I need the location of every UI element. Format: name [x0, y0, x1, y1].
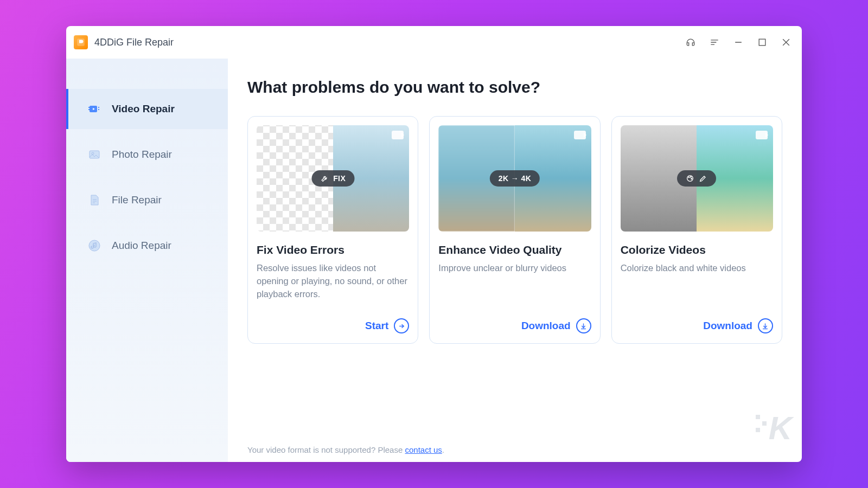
svg-point-26: [691, 178, 692, 179]
svg-rect-12: [98, 107, 99, 108]
watermark: K: [769, 409, 791, 447]
titlebar-left: 4DDiG File Repair: [74, 35, 174, 49]
badge-text: FIX: [333, 174, 346, 183]
footer-suffix: .: [442, 445, 444, 454]
palette-icon: [686, 174, 694, 183]
sidebar-item-label: Photo Repair: [112, 149, 172, 160]
headset-icon[interactable]: [684, 35, 698, 49]
card-image: 2K → 4K: [438, 125, 591, 232]
svg-rect-5: [759, 39, 765, 46]
wrench-icon: [320, 174, 329, 183]
card-desc: Colorize black and white videos: [621, 262, 773, 275]
svg-point-15: [92, 152, 94, 155]
card-desc: Improve unclear or blurry videos: [438, 262, 591, 275]
svg-rect-11: [88, 109, 90, 110]
svg-rect-10: [88, 107, 90, 108]
video-icon: [87, 101, 102, 117]
card-badge: [677, 170, 716, 187]
card-badge: FIX: [311, 170, 354, 187]
photo-icon: [87, 147, 102, 162]
download-button[interactable]: Download: [703, 318, 773, 333]
cards-row: FIX Fix Video Errors Resolve issues like…: [247, 116, 782, 344]
contact-us-link[interactable]: contact us: [405, 445, 442, 454]
svg-point-24: [689, 177, 690, 178]
maximize-button[interactable]: [755, 35, 769, 49]
card-desc: Resolve issues like videos not opening o…: [257, 262, 409, 301]
download-icon: [576, 318, 591, 333]
app-body: Video Repair Photo Repair File Repair Au…: [66, 59, 802, 462]
badge-text: 2K → 4K: [499, 174, 531, 183]
arrow-right-icon: [394, 318, 409, 333]
card-title: Colorize Videos: [621, 243, 773, 256]
download-icon: [758, 318, 773, 333]
action-label: Download: [703, 320, 752, 332]
action-label: Start: [365, 320, 388, 332]
action-label: Download: [521, 320, 571, 332]
app-title: 4DDiG File Repair: [94, 37, 174, 48]
main-content: What problems do you want to solve? FIX …: [228, 59, 802, 462]
footer-note: Your video format is not supported? Plea…: [247, 445, 444, 454]
file-icon: [87, 192, 102, 208]
sidebar-item-audio-repair[interactable]: Audio Repair: [66, 226, 228, 266]
card-title: Fix Video Errors: [257, 243, 409, 256]
start-button[interactable]: Start: [365, 318, 409, 333]
titlebar: 4DDiG File Repair: [66, 26, 802, 59]
close-button[interactable]: [779, 35, 793, 49]
menu-icon[interactable]: [707, 35, 722, 49]
card-image: [621, 125, 773, 232]
camera-icon: [574, 131, 586, 139]
sidebar-item-label: Audio Repair: [112, 240, 171, 252]
camera-icon: [392, 131, 404, 139]
app-logo-icon: [74, 35, 88, 49]
footer-text: Your video format is not supported? Plea…: [247, 445, 405, 454]
window-controls: [684, 35, 793, 49]
card-badge: 2K → 4K: [490, 170, 540, 187]
app-window: 4DDiG File Repair Video Repair Photo Rep…: [66, 26, 802, 462]
sidebar-item-file-repair[interactable]: File Repair: [66, 180, 228, 220]
svg-rect-13: [98, 109, 99, 110]
minimize-button[interactable]: [731, 35, 745, 49]
sidebar-item-video-repair[interactable]: Video Repair: [66, 89, 228, 129]
camera-icon: [756, 131, 768, 139]
sidebar-item-photo-repair[interactable]: Photo Repair: [66, 134, 228, 175]
brush-icon: [699, 174, 707, 183]
card-image: FIX: [257, 125, 409, 232]
sidebar: Video Repair Photo Repair File Repair Au…: [66, 59, 228, 462]
card-enhance-video-quality[interactable]: 2K → 4K Enhance Video Quality Improve un…: [429, 116, 600, 344]
audio-icon: [87, 238, 102, 253]
card-fix-video-errors[interactable]: FIX Fix Video Errors Resolve issues like…: [247, 116, 418, 344]
sidebar-item-label: Video Repair: [112, 103, 175, 115]
svg-point-25: [691, 177, 692, 178]
sidebar-item-label: File Repair: [112, 194, 162, 206]
download-button[interactable]: Download: [521, 318, 591, 333]
page-title: What problems do you want to solve?: [247, 78, 782, 97]
card-title: Enhance Video Quality: [438, 243, 591, 256]
card-colorize-videos[interactable]: Colorize Videos Colorize black and white…: [611, 116, 782, 344]
